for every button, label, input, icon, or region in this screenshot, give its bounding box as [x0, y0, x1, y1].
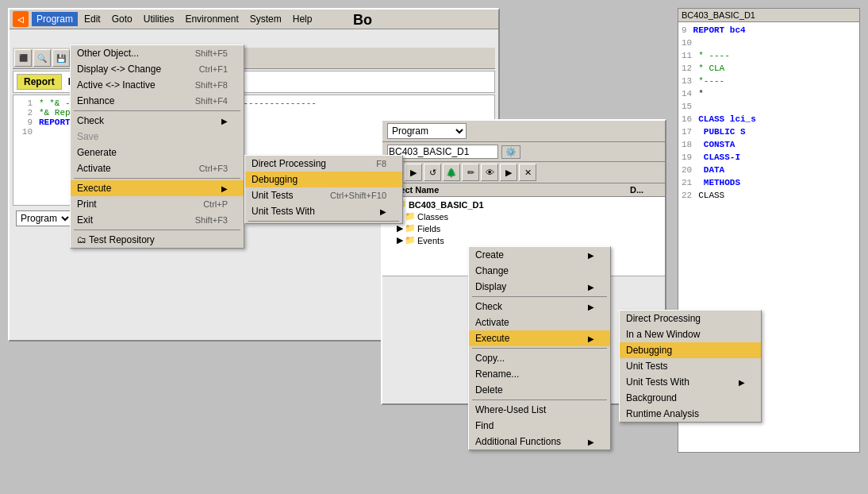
- rline-11: 11* ----: [682, 49, 856, 62]
- ctx-check[interactable]: Check ▶: [469, 299, 610, 315]
- exec2-unit-tests[interactable]: Unit Tests: [620, 358, 761, 374]
- menu-exit[interactable]: Exit Shift+F3: [71, 212, 244, 228]
- context-menu-right: Create ▶ Change Display ▶ Check ▶ Activa…: [468, 246, 611, 450]
- rline-20: 20 DATA: [682, 164, 856, 176]
- expand-icon-3: ▶: [397, 223, 403, 233]
- menu-activate[interactable]: Activate Ctrl+F3: [71, 160, 244, 176]
- ctx-change[interactable]: Change: [469, 263, 610, 279]
- menu-check[interactable]: Check ▶: [71, 113, 244, 129]
- ctx-additional[interactable]: Additional Functions ▶: [469, 434, 610, 450]
- tree-classes-label: Classes: [417, 212, 448, 222]
- refresh-btn[interactable]: ↺: [424, 164, 441, 181]
- tree-fields[interactable]: ▶ 📁 Fields: [384, 222, 663, 234]
- go-button[interactable]: ⚙️: [501, 145, 520, 159]
- sep-4: [248, 221, 399, 222]
- goto-menu-item[interactable]: Goto: [107, 12, 137, 26]
- exec2-new-window[interactable]: In a New Window: [620, 326, 761, 342]
- rline-10: 10: [682, 37, 856, 49]
- execute-submenu-left: Direct Processing F8 Debugging Unit Test…: [244, 155, 403, 224]
- nav-row: ◀ ▶ ↺ 🌲 ✏ 👁 ▶ ✕: [382, 162, 665, 183]
- submenu-unit-tests[interactable]: Unit Tests Ctrl+Shift+F10: [245, 187, 402, 203]
- ctx-sep2: [472, 348, 607, 349]
- sep-1: [74, 110, 240, 111]
- execute-submenu-right: Direct Processing In a New Window Debugg…: [619, 310, 762, 423]
- sep-2: [74, 178, 240, 179]
- menu-other-object[interactable]: Other Object... Shift+F5: [71, 45, 244, 61]
- close-nav-btn[interactable]: ✕: [519, 164, 536, 181]
- submenu-unit-tests-with[interactable]: Unit Tests With ▶: [245, 203, 402, 219]
- ctx-display[interactable]: Display ▶: [469, 279, 610, 295]
- unit-tests-with-arrow-icon: ▶: [739, 378, 745, 387]
- submenu-direct-processing[interactable]: Direct Processing F8: [245, 156, 402, 172]
- additional-arrow-icon: ▶: [588, 438, 594, 446]
- rline-9: 9REPORT bc4: [682, 24, 856, 37]
- window-title-text: Bo: [353, 12, 372, 29]
- menu-active-inactive[interactable]: Active <-> Inactive Shift+F8: [71, 77, 244, 93]
- tree-events[interactable]: ▶ 📁 Events: [384, 234, 663, 246]
- ctx-rename[interactable]: Rename...: [469, 366, 610, 382]
- rline-22: 22CLASS: [682, 189, 856, 202]
- object-header: Object Name D...: [382, 183, 665, 197]
- environment-menu-item[interactable]: Environment: [180, 12, 243, 26]
- tree-fields-label: Fields: [417, 224, 440, 233]
- menu-execute[interactable]: Execute ▶: [71, 180, 244, 196]
- code-editor-title: BC403_BASIC_D1: [678, 9, 859, 22]
- menu-save: Save: [71, 129, 244, 145]
- tree-root[interactable]: ▼ 📁 BC403_BASIC_D1: [384, 199, 663, 210]
- program-input[interactable]: [387, 145, 498, 159]
- exec2-unit-tests-with[interactable]: Unit Tests With ▶: [620, 374, 761, 390]
- ctx-activate[interactable]: Activate: [469, 315, 610, 330]
- report-label: Report: [17, 74, 62, 90]
- ctx-execute[interactable]: Execute ▶: [469, 330, 610, 346]
- menu-bar: ◁ Program Edit Goto Utilities Environmen…: [10, 10, 498, 29]
- ctx-copy[interactable]: Copy...: [469, 350, 610, 366]
- rline-17: 17 PUBLIC S: [682, 125, 856, 138]
- toolbar-btn-2[interactable]: 🔍: [33, 49, 51, 67]
- system-menu-item[interactable]: System: [245, 12, 286, 26]
- tree-root-label: BC403_BASIC_D1: [409, 200, 484, 210]
- ctx-check-arrow-icon: ▶: [588, 303, 594, 311]
- expand-icon-4: ▶: [397, 235, 403, 245]
- tree-classes[interactable]: ▶ 📁 Classes: [384, 210, 663, 222]
- ctx-create[interactable]: Create ▶: [469, 247, 610, 263]
- display-arrow-icon: ▶: [588, 283, 594, 291]
- menu-test-repository[interactable]: 🗂 Test Repository: [71, 232, 244, 248]
- folder-icon-2: 📁: [405, 211, 416, 222]
- toolbar-btn-3[interactable]: 💾: [52, 49, 70, 67]
- forward-btn[interactable]: ▶: [405, 164, 422, 181]
- rline-21: 21 METHODS: [682, 176, 856, 189]
- rline-15: 15: [682, 100, 856, 113]
- menu-enhance[interactable]: Enhance Shift+F4: [71, 93, 244, 109]
- help-menu-item[interactable]: Help: [288, 12, 317, 26]
- rline-19: 19 CLASS-I: [682, 151, 856, 164]
- ctx-where-used[interactable]: Where-Used List: [469, 402, 610, 418]
- edit-menu-item[interactable]: Edit: [79, 12, 106, 26]
- program-dropdown-menu: Other Object... Shift+F5 Display <-> Cha…: [70, 44, 244, 249]
- menu-display-change[interactable]: Display <-> Change Ctrl+F1: [71, 61, 244, 77]
- edit-btn[interactable]: ✏: [462, 164, 479, 181]
- ctx-sep1: [472, 296, 607, 297]
- program-dropdown[interactable]: Program: [16, 210, 72, 226]
- toolbar-btn-1[interactable]: ⬛: [14, 49, 32, 67]
- exec2-direct[interactable]: Direct Processing: [620, 311, 761, 326]
- exec2-debugging[interactable]: Debugging: [620, 342, 761, 358]
- ctx-find[interactable]: Find: [469, 418, 610, 434]
- utilities-menu-item[interactable]: Utilities: [139, 12, 179, 26]
- object-type-select[interactable]: Program: [387, 123, 467, 139]
- sap-logo-icon: ◁: [13, 11, 29, 27]
- display-btn[interactable]: 👁: [481, 164, 498, 181]
- col-object-name: Object Name: [386, 185, 630, 195]
- menu-generate[interactable]: Generate: [71, 145, 244, 160]
- exec2-runtime[interactable]: Runtime Analysis: [620, 406, 761, 422]
- unit-tests-arrow-icon: ▶: [380, 207, 386, 216]
- exec2-background[interactable]: Background: [620, 390, 761, 406]
- exec-btn[interactable]: ▶: [500, 164, 517, 181]
- program-menu-item[interactable]: Program: [32, 12, 78, 26]
- menu-print[interactable]: Print Ctrl+P: [71, 196, 244, 212]
- rline-18: 18 CONSTA: [682, 138, 856, 151]
- tree-btn[interactable]: 🌲: [443, 164, 460, 181]
- code-lines-right: 9REPORT bc4 10 11* ---- 12* CLA 13*---- …: [678, 22, 859, 203]
- submenu-debugging[interactable]: Debugging: [245, 172, 402, 187]
- ctx-delete[interactable]: Delete: [469, 382, 610, 398]
- rline-13: 13*----: [682, 75, 856, 87]
